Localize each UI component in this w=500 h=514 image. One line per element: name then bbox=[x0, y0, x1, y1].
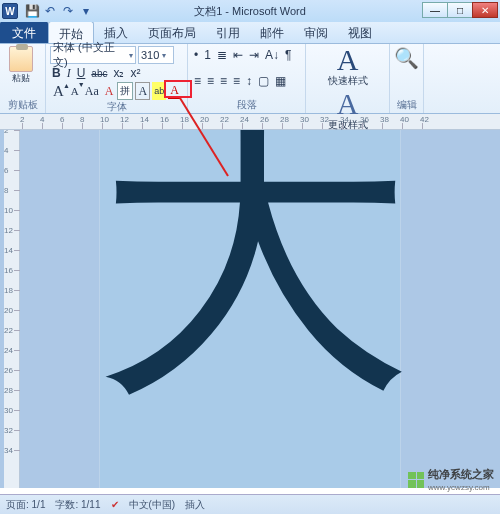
change-case-button[interactable]: Aa bbox=[83, 82, 101, 100]
align-right-button[interactable]: ≡ bbox=[218, 72, 229, 90]
group-font: 宋体 (中文正文)▾ 310▾ B I U abc x₂ x² A▲ A▼ Aa… bbox=[46, 44, 188, 113]
annotation-highlight-box bbox=[164, 80, 192, 98]
grow-font-button[interactable]: A▲ bbox=[50, 82, 67, 100]
document-text[interactable]: 大 bbox=[94, 130, 414, 408]
group-clipboard: 粘贴 剪贴板 bbox=[0, 44, 46, 113]
watermark-logo-icon bbox=[408, 472, 424, 488]
status-words: 字数: 1/11 bbox=[55, 498, 100, 512]
underline-button[interactable]: U bbox=[75, 64, 88, 82]
line-spacing-button[interactable]: ↕ bbox=[244, 72, 254, 90]
clear-format-button[interactable]: A bbox=[103, 82, 116, 100]
subscript-button[interactable]: x₂ bbox=[111, 64, 126, 82]
watermark-text: 纯净系统之家 bbox=[428, 467, 494, 482]
group-styles: A 快速样式 A 更改样式 样式 bbox=[306, 44, 390, 113]
decrease-indent-button[interactable]: ⇤ bbox=[231, 46, 245, 64]
tab-view[interactable]: 视图 bbox=[338, 21, 382, 43]
ribbon: 粘贴 剪贴板 宋体 (中文正文)▾ 310▾ B I U abc x₂ x² A… bbox=[0, 44, 500, 114]
status-page: 页面: 1/1 bbox=[6, 498, 45, 512]
minimize-button[interactable]: — bbox=[422, 2, 448, 18]
paste-label: 粘贴 bbox=[12, 72, 30, 85]
clipboard-icon bbox=[9, 46, 33, 72]
tab-review[interactable]: 审阅 bbox=[294, 21, 338, 43]
group-editing: 🔍 编辑 bbox=[390, 44, 424, 113]
watermark: 纯净系统之家 www.ycwzsy.com bbox=[408, 467, 494, 492]
show-marks-button[interactable]: ¶ bbox=[283, 46, 293, 64]
tab-mailings[interactable]: 邮件 bbox=[250, 21, 294, 43]
superscript-button[interactable]: x² bbox=[128, 64, 142, 82]
sort-button[interactable]: A↓ bbox=[263, 46, 281, 64]
title-bar: W 💾 ↶ ↷ ▾ 文档1 - Microsoft Word — □ ✕ bbox=[0, 0, 500, 22]
align-justify-button[interactable]: ≡ bbox=[231, 72, 242, 90]
group-label-clipboard: 剪贴板 bbox=[4, 98, 41, 113]
maximize-button[interactable]: □ bbox=[447, 2, 473, 18]
editing-button[interactable]: 🔍 bbox=[394, 46, 419, 70]
group-label-editing: 编辑 bbox=[394, 98, 419, 113]
binoculars-icon: 🔍 bbox=[394, 46, 419, 70]
numbering-button[interactable]: 1 bbox=[202, 46, 213, 64]
italic-button[interactable]: I bbox=[65, 64, 73, 82]
char-border-button[interactable]: A bbox=[135, 82, 150, 100]
file-tab[interactable]: 文件 bbox=[0, 21, 48, 43]
align-center-button[interactable]: ≡ bbox=[205, 72, 216, 90]
bullets-button[interactable]: • bbox=[192, 46, 200, 64]
strike-button[interactable]: abc bbox=[89, 64, 109, 82]
borders-button[interactable]: ▦ bbox=[273, 72, 288, 90]
document-page[interactable]: 大 bbox=[100, 130, 400, 488]
tab-references[interactable]: 引用 bbox=[206, 21, 250, 43]
tab-page-layout[interactable]: 页面布局 bbox=[138, 21, 206, 43]
document-area[interactable]: 246810121416182022242628303234 大 bbox=[0, 130, 500, 488]
font-name-combo[interactable]: 宋体 (中文正文)▾ bbox=[50, 46, 136, 64]
paste-button[interactable]: 粘贴 bbox=[4, 46, 38, 85]
close-button[interactable]: ✕ bbox=[472, 2, 498, 18]
status-language[interactable]: 中文(中国) bbox=[129, 498, 176, 512]
quick-styles-button[interactable]: A 快速样式 bbox=[326, 46, 370, 88]
multilevel-button[interactable]: ≣ bbox=[215, 46, 229, 64]
styles-a-icon: A bbox=[337, 46, 359, 74]
font-size-combo[interactable]: 310▾ bbox=[138, 46, 174, 64]
group-paragraph: • 1 ≣ ⇤ ⇥ A↓ ¶ ≡ ≡ ≡ ≡ ↕ ▢ ▦ 段落 bbox=[188, 44, 306, 113]
change-styles-a-icon: A bbox=[337, 90, 359, 118]
shading-button[interactable]: ▢ bbox=[256, 72, 271, 90]
status-bar: 页面: 1/1 字数: 1/11 ✔ 中文(中国) 插入 bbox=[0, 494, 500, 514]
horizontal-ruler[interactable]: 24681012141618202224262830323436384042 bbox=[0, 114, 500, 130]
watermark-url: www.ycwzsy.com bbox=[428, 483, 494, 492]
group-label-paragraph: 段落 bbox=[192, 98, 301, 113]
phonetic-guide-button[interactable]: 拼 bbox=[117, 82, 133, 100]
shrink-font-button[interactable]: A▼ bbox=[69, 82, 81, 100]
increase-indent-button[interactable]: ⇥ bbox=[247, 46, 261, 64]
vertical-ruler[interactable]: 246810121416182022242628303234 bbox=[4, 130, 20, 488]
align-left-button[interactable]: ≡ bbox=[192, 72, 203, 90]
bold-button[interactable]: B bbox=[50, 64, 63, 82]
status-insert-mode[interactable]: 插入 bbox=[185, 498, 205, 512]
group-label-font: 字体 bbox=[50, 100, 183, 115]
